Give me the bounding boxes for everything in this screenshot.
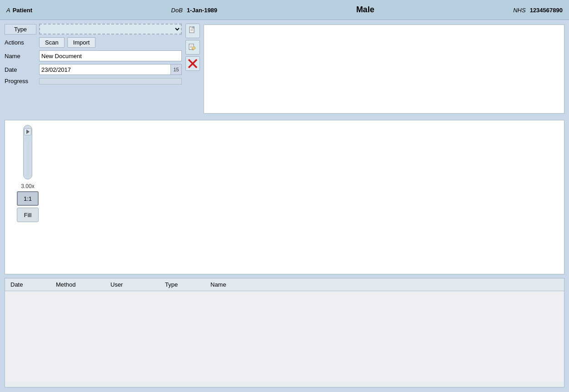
nhs-number: 1234567890 (530, 7, 563, 14)
patient-name: A Patient (6, 5, 32, 15)
edit-icon (188, 43, 197, 52)
progress-row: Progress (5, 78, 182, 84)
patient-gender: Male (356, 5, 374, 15)
col-user: User (109, 280, 163, 289)
document-table: Date Method User Type Name (5, 278, 564, 387)
col-date: Date (9, 280, 54, 289)
type-select[interactable] (39, 24, 182, 35)
zoom-slider-track (23, 125, 32, 179)
date-picker-button[interactable]: 15 (171, 64, 182, 75)
date-label: Date (5, 66, 36, 73)
new-document-button[interactable] (185, 24, 200, 38)
col-name: Name (209, 280, 560, 289)
type-button[interactable]: Type (5, 24, 36, 35)
actions-label: Actions (5, 39, 36, 46)
name-label: Name (5, 53, 36, 60)
edit-button[interactable] (185, 40, 200, 55)
table-body (5, 291, 564, 382)
import-button[interactable]: Import (67, 37, 96, 48)
date-row: Date 15 (5, 64, 182, 75)
form-panel: Type Actions Scan Import Name Date (5, 24, 182, 84)
patient-header: A Patient DoB 1-Jan-1989 Male NHS 123456… (0, 0, 569, 20)
main-content: Type Actions Scan Import Name Date (0, 20, 569, 392)
patient-nhs: NHS 1234567890 (513, 5, 563, 15)
date-input[interactable] (39, 64, 171, 75)
progress-label: Progress (5, 78, 36, 84)
actions-row: Actions Scan Import (5, 37, 182, 48)
name-input[interactable] (39, 50, 182, 61)
svg-rect-4 (191, 26, 193, 28)
scan-button[interactable]: Scan (39, 37, 65, 48)
col-method: Method (54, 280, 109, 289)
progress-bar (39, 78, 182, 84)
dob-label: DoB (171, 7, 183, 14)
new-document-icon (188, 26, 197, 35)
preview-panel (204, 25, 564, 114)
delete-button[interactable] (185, 56, 200, 71)
patient-prefix: A (6, 7, 10, 14)
patient-lastname: Patient (13, 7, 32, 14)
name-row: Name (5, 50, 182, 61)
col-type: Type (163, 280, 209, 289)
zoom-slider[interactable] (24, 127, 32, 177)
top-form-area: Type Actions Scan Import Name Date (0, 20, 569, 120)
delete-icon (186, 57, 200, 70)
date-wrapper: 15 (39, 64, 182, 75)
zoom-1-1-button[interactable]: 1:1 (17, 191, 39, 206)
dob-value: 1-Jan-1989 (187, 7, 217, 14)
action-buttons (185, 24, 200, 71)
type-row: Type (5, 24, 182, 35)
table-header: Date Method User Type Name (5, 278, 564, 291)
zoom-fill-button[interactable]: Fill (17, 208, 39, 222)
viewer-area: 3.00x 1:1 Fill (5, 120, 564, 274)
patient-dob: DoB 1-Jan-1989 (171, 5, 218, 15)
zoom-level-label: 3.00x (21, 183, 34, 189)
zoom-control: 3.00x 1:1 Fill (10, 125, 46, 222)
nhs-label: NHS (513, 7, 525, 14)
